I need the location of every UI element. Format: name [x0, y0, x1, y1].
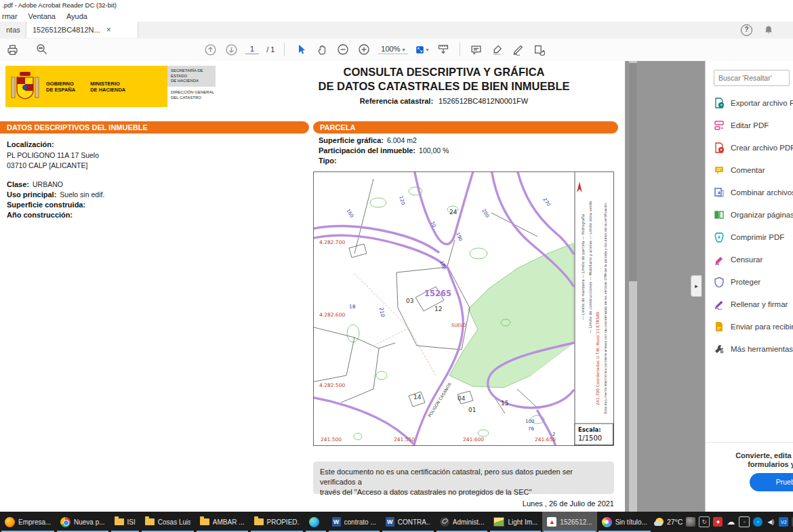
taskbar-chrome[interactable]: Nueva p...	[56, 512, 110, 532]
taskbar-edge[interactable]	[304, 512, 327, 532]
tool-censurar[interactable]: Censurar	[714, 253, 793, 266]
hand-tool-icon[interactable]	[315, 43, 329, 56]
gobierno-espana-label: GOBIERNODE ESPAÑA	[46, 81, 75, 93]
taskbar-folder-propied[interactable]: PROPIED...	[249, 512, 304, 532]
spain-coat-of-arms-icon	[11, 69, 39, 104]
clase-field: Clase:URBANO	[7, 180, 63, 188]
tool-comprimir-pdf[interactable]: Comprimir PDF	[714, 230, 793, 244]
tool-exportar-pdf[interactable]: Exportar archivo PDF	[714, 96, 793, 110]
svg-text:180: 180	[439, 260, 447, 270]
ano-construccion-field: Año construcción:	[7, 211, 76, 219]
tab-document-label: 1526512BC4812N...	[33, 26, 100, 34]
panel-collapse-handle[interactable]: ▸	[691, 275, 702, 297]
help-icon[interactable]: ?	[741, 24, 752, 36]
referencia-catastral: Referencia catastral:1526512BC4812N0001F…	[305, 97, 583, 105]
svg-text:15: 15	[501, 400, 508, 407]
tool-comentar[interactable]: Comentar	[714, 163, 793, 177]
weather-widget[interactable]: 27°C	[652, 512, 686, 532]
svg-text:270: 270	[542, 197, 551, 208]
tool-combinar-archivos[interactable]: Combinar archivos	[714, 186, 793, 199]
tool-crear-pdf[interactable]: Crear archivo PDF	[714, 141, 793, 155]
window-title: .pdf - Adobe Acrobat Reader DC (32-bit)	[0, 0, 793, 10]
menu-item-firmar[interactable]: rmar	[2, 12, 18, 20]
secretaria-estado-label: SECRETARÍA DE ESTADODE HACIENDA	[167, 66, 216, 87]
search-icon[interactable]	[35, 43, 49, 56]
fill-sign-icon[interactable]	[512, 43, 525, 56]
cloud-tray-icon[interactable]: ☁	[726, 517, 735, 527]
redact-icon	[714, 254, 725, 265]
send-signatures-icon	[714, 321, 725, 332]
word-doc-icon	[386, 517, 394, 527]
protect-shield-icon	[714, 277, 725, 287]
print-icon[interactable]	[5, 43, 19, 56]
record-tray-icon[interactable]: ●	[713, 517, 723, 527]
taskbar-folder-cosas-luis[interactable]: Cosas Luis	[140, 512, 195, 532]
taskbar-light-image[interactable]: Light Im...	[489, 512, 542, 532]
search-tools-input[interactable]	[714, 70, 790, 86]
tool-rellenar-firmar[interactable]: Rellenar y firmar	[714, 298, 793, 311]
taskbar-sin-titulo[interactable]: Sin título...	[597, 512, 652, 532]
edge-icon	[309, 517, 319, 527]
menu-item-ayuda[interactable]: Ayuda	[66, 12, 87, 20]
tab-document[interactable]: 1526512BC4812N... ×	[26, 22, 138, 38]
chat-tray-icon[interactable]: ◦	[753, 517, 762, 527]
zoom-level-dropdown[interactable]: 100%	[378, 45, 407, 54]
folder-icon	[254, 518, 264, 525]
section-header-datos: DATOS DESCRIPTIVOS DEL INMUEBLE	[0, 121, 309, 134]
section-header-parcela: PARCELA	[313, 121, 618, 134]
page-total: / 1	[266, 45, 274, 54]
display-tray-icon[interactable]: ▫	[739, 516, 750, 527]
svg-text:04: 04	[458, 395, 466, 402]
tool-organizar-paginas[interactable]: Organizar páginas	[714, 208, 793, 222]
tab-herramientas[interactable]: ntas	[0, 22, 26, 39]
knob-tray-icon[interactable]	[686, 517, 695, 527]
scroll-mode-icon[interactable]	[436, 43, 450, 56]
toolbar: 1 / 1 100%	[0, 39, 793, 62]
folder-icon	[200, 518, 209, 525]
free-trial-button[interactable]: Prueba gratis	[750, 473, 793, 491]
svg-text:241.550: 241.550	[394, 436, 415, 443]
organize-pages-icon	[714, 209, 725, 220]
taskbar-administ[interactable]: Administ...	[435, 512, 489, 532]
taskbar-acrobat-active[interactable]: 1526512...	[542, 512, 596, 532]
parcel-id-label: 15265	[424, 289, 451, 298]
tool-proteger[interactable]: Proteger	[714, 275, 793, 289]
update-tray-icon[interactable]: ↻	[699, 516, 710, 527]
scrollbar-thumb[interactable]	[629, 63, 637, 281]
vertical-scrollbar[interactable]	[629, 61, 637, 512]
svg-text:01: 01	[468, 407, 476, 413]
fit-page-icon[interactable]	[415, 43, 429, 56]
tool-list: Exportar archivo PDF Editar PDF Crear ar…	[714, 96, 793, 365]
taskbar-word-contra[interactable]: CONTRA...	[381, 512, 435, 532]
volume-tray-icon[interactable]: ◀)	[766, 517, 775, 527]
taskbar-folder-ambar[interactable]: AMBAR ...	[195, 512, 249, 532]
menu-item-ventana[interactable]: Ventana	[28, 12, 56, 20]
pdf-page: GOBIERNODE ESPAÑA MINISTERIODE HACIENDA …	[0, 61, 625, 512]
taskbar-folder-isi[interactable]: ISI	[110, 512, 140, 532]
zoom-in-icon[interactable]	[357, 43, 371, 56]
chrome-icon	[60, 517, 70, 527]
svg-text:14: 14	[413, 394, 422, 401]
tool-enviar-firmas[interactable]: Enviar para recibir	[714, 320, 793, 333]
map-legend: — Límite de manzana — Límite de parcela …	[577, 182, 607, 413]
send-sign-icon[interactable]	[533, 43, 546, 56]
highlight-icon[interactable]	[491, 43, 504, 56]
close-icon[interactable]: ×	[106, 26, 111, 34]
superficie-grafica-field: Superficie gráfica:6.004 m2	[319, 136, 417, 144]
page-number-input[interactable]: 1	[245, 45, 259, 54]
scale-box: Escala: 1/1500	[575, 424, 613, 445]
taskbar-word-contrato[interactable]: contrato ...	[327, 512, 381, 532]
select-tool-icon[interactable]	[294, 43, 308, 56]
localizacion-line1: PL POLIGONO 11A 17 Suelo	[7, 151, 99, 159]
tool-mas-herramientas[interactable]: Más herramientas	[714, 342, 793, 356]
zoom-out-icon[interactable]	[336, 43, 350, 56]
v2-tray-icon[interactable]: V2	[779, 517, 788, 527]
bell-icon[interactable]	[763, 24, 774, 39]
participacion-field: Participación del inmueble:100,00 %	[319, 146, 449, 155]
next-page-icon[interactable]	[224, 43, 238, 56]
comment-icon[interactable]	[470, 43, 483, 56]
tool-editar-pdf[interactable]: Editar PDF	[714, 119, 793, 132]
taskbar-firefox[interactable]: Empresa...	[0, 512, 56, 532]
previous-page-icon[interactable]	[203, 43, 217, 56]
chevron-right-icon: ▸	[695, 283, 698, 289]
